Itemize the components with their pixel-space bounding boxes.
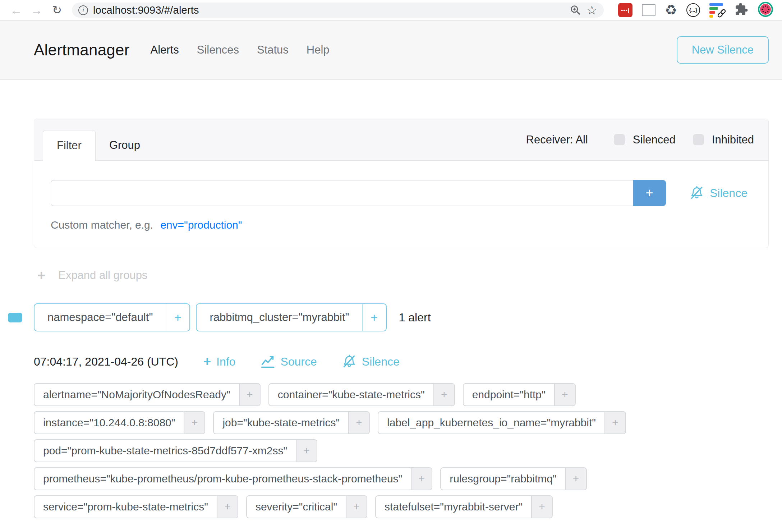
- alert-label-chip: prometheus="kube-prometheus/prom-kube-pr…: [34, 467, 432, 490]
- silence-filter-button[interactable]: Silence: [690, 186, 748, 200]
- alert-label-text: prometheus="kube-prometheus/prom-kube-pr…: [34, 468, 411, 490]
- screen: ← → ↻ i localhost:9093/#/alerts ☆ •••| ♻…: [0, 0, 782, 532]
- silence-filter-label: Silence: [710, 187, 748, 200]
- tab-group[interactable]: Group: [96, 130, 154, 160]
- matcher-example-link[interactable]: env="production": [160, 219, 242, 231]
- back-icon[interactable]: ←: [9, 4, 24, 16]
- add-label-filter-button[interactable]: +: [217, 496, 238, 518]
- link-checker-extension-icon[interactable]: [709, 3, 725, 18]
- group-matcher-label: namespace="default": [34, 304, 166, 331]
- alert-label-chip: label_app_kubernetes_io_name="myrabbit" …: [378, 411, 626, 434]
- alert-label-chip: pod="prom-kube-state-metrics-85d7ddf577-…: [34, 439, 317, 462]
- info-button[interactable]: + Info: [203, 355, 235, 368]
- alert-count: 1 alert: [399, 311, 431, 324]
- alert-label-chip: statefulset="myrabbit-server" +: [375, 495, 553, 518]
- bell-slash-icon: [690, 186, 704, 200]
- plus-icon: +: [37, 269, 45, 282]
- nav-silences[interactable]: Silences: [197, 43, 239, 56]
- source-label: Source: [280, 355, 317, 368]
- profile-avatar[interactable]: [758, 1, 773, 19]
- alert-label-text: severity="critical": [247, 496, 346, 518]
- add-label-filter-button[interactable]: +: [554, 384, 575, 405]
- inhibited-toggle: Inhibited: [693, 133, 754, 146]
- alert-label-chip: severity="critical" +: [246, 495, 367, 518]
- add-matcher-button[interactable]: +: [633, 180, 666, 206]
- address-bar[interactable]: i localhost:9093/#/alerts ☆: [72, 3, 604, 18]
- add-label-filter-button[interactable]: +: [604, 412, 625, 434]
- alert-label-text: label_app_kubernetes_io_name="myrabbit": [378, 412, 604, 434]
- alert-meta-row: 07:04:17, 2021-04-26 (UTC) + Info Source: [34, 354, 782, 370]
- add-label-filter-button[interactable]: +: [565, 468, 586, 490]
- alert-label-chip: endpoint="http" +: [463, 383, 576, 406]
- expand-all-label: Expand all groups: [58, 269, 147, 282]
- alert-group-row: namespace="default" + rabbitmq_cluster="…: [8, 303, 782, 331]
- alert-label-chip: instance="10.244.0.8:8080" +: [34, 411, 205, 434]
- receiver-selector[interactable]: Receiver: All: [526, 133, 588, 146]
- alert-timestamp: 07:04:17, 2021-04-26 (UTC): [34, 355, 178, 368]
- app-title: Alertmanager: [34, 41, 130, 59]
- bell-slash-icon: [342, 354, 356, 369]
- silenced-checkbox[interactable]: [614, 134, 625, 145]
- new-silence-button[interactable]: New Silence: [677, 36, 769, 64]
- filter-panel: Filter Group Receiver: All Silenced Inhi…: [34, 119, 769, 248]
- lastpass-extension-icon[interactable]: •••|: [618, 3, 632, 17]
- group-matcher-label: rabbitmq_cluster="myrabbit": [197, 304, 362, 331]
- add-label-filter-button[interactable]: +: [411, 468, 432, 490]
- group-matcher-chip: namespace="default" +: [34, 303, 190, 331]
- inhibited-checkbox[interactable]: [693, 134, 704, 145]
- tab-filter[interactable]: Filter: [43, 130, 96, 161]
- json-viewer-extension-icon[interactable]: {...}: [686, 3, 700, 17]
- add-label-filter-button[interactable]: +: [433, 384, 454, 405]
- filter-tabs: Filter Group: [43, 119, 154, 160]
- alert-label-text: instance="10.244.0.8:8080": [34, 412, 184, 434]
- alert-labels: alertname="NoMajorityOfNodesReady" + con…: [34, 383, 782, 518]
- site-info-icon[interactable]: i: [78, 5, 88, 15]
- alert-label-text: container="kube-state-metrics": [269, 384, 433, 405]
- window-extension-icon[interactable]: [642, 4, 656, 16]
- add-group-filter-button[interactable]: +: [362, 304, 386, 331]
- info-label: Info: [216, 355, 235, 368]
- bookmark-star-icon[interactable]: ☆: [586, 4, 597, 16]
- zoom-icon[interactable]: [570, 4, 581, 16]
- add-group-filter-button[interactable]: +: [166, 304, 189, 331]
- silence-alert-label: Silence: [362, 355, 400, 368]
- reload-icon[interactable]: ↻: [49, 4, 65, 16]
- inhibited-label: Inhibited: [712, 133, 754, 146]
- alert-label-text: pod="prom-kube-state-metrics-85d7ddf577-…: [34, 440, 296, 462]
- recycle-extension-icon[interactable]: ♻: [665, 3, 677, 17]
- add-label-filter-button[interactable]: +: [348, 412, 369, 434]
- filter-panel-body: + Silence Custom matcher, e.g.: [34, 161, 768, 248]
- filter-panel-header: Filter Group Receiver: All Silenced Inhi…: [34, 119, 768, 161]
- add-label-filter-button[interactable]: +: [184, 412, 204, 434]
- alert-label-text: endpoint="http": [464, 384, 554, 405]
- extensions-puzzle-icon[interactable]: [735, 3, 748, 18]
- nav-alerts[interactable]: Alerts: [151, 43, 179, 56]
- custom-matcher-hint: Custom matcher, e.g. env="production": [51, 219, 752, 231]
- silenced-toggle: Silenced: [614, 133, 676, 146]
- silence-alert-button[interactable]: Silence: [342, 354, 400, 369]
- add-label-filter-button[interactable]: +: [531, 496, 552, 518]
- url-text[interactable]: localhost:9093/#/alerts: [93, 4, 199, 16]
- expand-all-groups-button[interactable]: + Expand all groups: [34, 267, 206, 283]
- app-header: Alertmanager Alerts Silences Status Help…: [0, 20, 782, 80]
- collapse-group-button[interactable]: [8, 313, 22, 322]
- alerts-page: Filter Group Receiver: All Silenced Inhi…: [0, 119, 782, 518]
- alert-label-chip: rulesgroup="rabbitmq" +: [440, 467, 586, 490]
- matcher-input[interactable]: [51, 180, 633, 206]
- alert-label-chip: service="prom-kube-state-metrics" +: [34, 495, 238, 518]
- filter-options: Receiver: All Silenced Inhibited: [526, 119, 754, 160]
- nav-help[interactable]: Help: [307, 43, 330, 56]
- add-label-filter-button[interactable]: +: [239, 384, 260, 405]
- add-label-filter-button[interactable]: +: [346, 496, 367, 518]
- alert-label-text: rulesgroup="rabbitmq": [441, 468, 565, 490]
- alert-label-text: alertname="NoMajorityOfNodesReady": [34, 384, 239, 405]
- alert-label-chip: alertname="NoMajorityOfNodesReady" +: [34, 383, 261, 406]
- nav-status[interactable]: Status: [257, 43, 289, 56]
- group-matcher-chip: rabbitmq_cluster="myrabbit" +: [196, 303, 386, 331]
- source-link[interactable]: Source: [261, 354, 317, 369]
- matcher-input-group: +: [51, 180, 666, 206]
- alert-label-chip: job="kube-state-metrics" +: [213, 411, 370, 434]
- add-label-filter-button[interactable]: +: [296, 440, 317, 462]
- browser-toolbar: ← → ↻ i localhost:9093/#/alerts ☆ •••| ♻…: [0, 0, 782, 20]
- forward-icon[interactable]: →: [29, 4, 45, 16]
